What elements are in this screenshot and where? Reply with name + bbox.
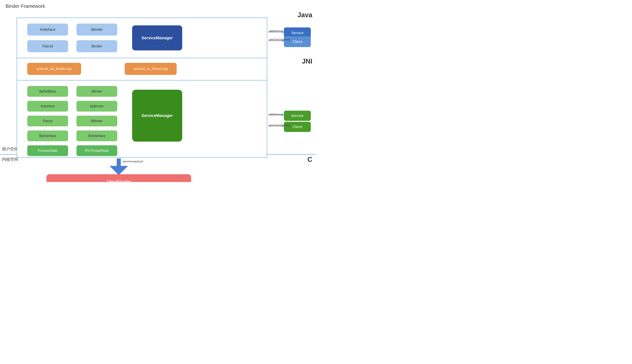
kernel-binder-box: /dev/binder bbox=[46, 174, 191, 182]
cpp-processstate-box: ProcessState bbox=[27, 145, 68, 156]
cpp-bninterface-box: BnInterface bbox=[76, 130, 117, 141]
layer-label-java: Java bbox=[297, 11, 312, 19]
arrow-label-get-check-service-cpp: get/checkService bbox=[269, 124, 290, 127]
arrow-label-open-mmap-ioctl: open/mmap/ioctl bbox=[122, 160, 143, 163]
cpp-bprefbase-box: BpRefBase bbox=[27, 86, 68, 97]
page-title: Binder Framework bbox=[6, 3, 45, 9]
cpp-bpinterface-box: BpInterface bbox=[27, 130, 68, 141]
arrow-label-add-service-cpp: addService bbox=[269, 113, 283, 116]
cpp-ipcthreadstate-box: IPCThreadState bbox=[76, 145, 117, 156]
java-servicemanager-box: ServiceManager bbox=[132, 26, 182, 50]
svg-marker-5 bbox=[109, 166, 128, 175]
cpp-iinterface-box: IInterface bbox=[27, 101, 68, 112]
jni-section: android_util_Binder.cpp android_os_Parce… bbox=[17, 58, 267, 80]
java-iinterface-box: IInterface bbox=[27, 24, 68, 36]
cpp-parcel-box: Parcel bbox=[27, 116, 68, 126]
arrow-label-get-check-service-java: get/checkService bbox=[269, 38, 290, 41]
cpp-bpbinder-box: BpBinder bbox=[76, 101, 117, 112]
layer-label-c: C bbox=[307, 156, 312, 164]
java-ibinder-box: IBinder bbox=[76, 24, 117, 36]
layer-label-jni: JNI bbox=[302, 58, 312, 65]
cpp-ibinder-box: IBinder bbox=[76, 86, 117, 97]
cpp-section: BpRefBase IInterface Parcel BpInterface … bbox=[17, 80, 267, 157]
jni-android-util-binder-box: android_util_Binder.cpp bbox=[27, 63, 81, 75]
label-kernelspace: 内核空间 bbox=[2, 156, 18, 162]
java-parcel-box: Parcel bbox=[27, 40, 68, 52]
cpp-servicemanager-box: ServiceManager bbox=[132, 90, 182, 142]
java-section: IInterface Parcel IBinder Binder Service… bbox=[17, 18, 267, 58]
java-binder-box: Binder bbox=[76, 40, 117, 52]
arrow-label-add-service-java: addService bbox=[269, 29, 283, 32]
cpp-bbinder-box: BBinder bbox=[76, 116, 117, 126]
main-container: IInterface Parcel IBinder Binder Service… bbox=[17, 18, 267, 158]
cpp-client-box: Client bbox=[284, 122, 311, 132]
label-userspace: 用户空间 bbox=[2, 146, 18, 152]
cpp-service-box: Service bbox=[284, 111, 311, 121]
jni-android-os-parcel-box: android_os_Parcel.cpp bbox=[125, 63, 177, 75]
